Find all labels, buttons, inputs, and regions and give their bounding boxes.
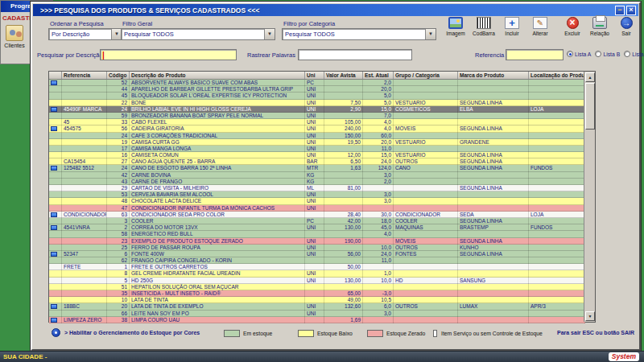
cell-cod: 63 [107, 212, 130, 218]
row-icon-cell [49, 198, 62, 204]
table-row[interactable]: 45BLOQUEADOR SOLAR L'ORÉAL EXPERTISE ICY… [49, 93, 585, 99]
table-row[interactable]: 188BC20LATA DE TINTA DE EXEMPLOUNI132,60… [49, 303, 585, 310]
cell-loc [529, 93, 585, 99]
table-row[interactable]: 29CARTAO DE VISITA - MILHEIROML81,00SEGU… [49, 185, 585, 191]
cell-val: 65,00 [324, 290, 363, 297]
table-row[interactable]: 44APARELHO DE BARBEAR GILLETTE PRESTOBAR… [49, 86, 585, 93]
imagem-button[interactable]: Imagem [443, 17, 469, 47]
table-row[interactable]: 52ABSORVENTE ALWAYS BASICO SUAVE COM ABA… [49, 80, 585, 86]
table-row[interactable]: 3COOLERPC42,0018,0COOLERSEGUNDA LINHA [49, 218, 585, 224]
table-row[interactable]: 8GEL CREME HIDRATANTE FACIAL UREADINUNI1… [49, 270, 585, 277]
table-row[interactable]: 125482 551224CANO DE ESGOTO BARRA 150 2ª… [49, 165, 585, 171]
cell-desc: CADEIRA GIRATORIA [130, 125, 305, 132]
sair-button[interactable]: Sair [613, 17, 639, 47]
ordenar-combo[interactable]: Por Descrição ▼ [48, 28, 122, 40]
cell-uni: PC [305, 218, 324, 224]
table-row[interactable]: 53CERVEJA BAVARIA SEM ALCOOLUNI3,0 [49, 191, 585, 198]
table-scrollbar[interactable]: ▲ ▼ [584, 72, 595, 322]
stock-colors-toggle-icon[interactable] [52, 328, 60, 337]
cell-val: 132,60 [324, 303, 363, 310]
table-row[interactable]: 45490F MARCA24BRILHO LABIAL EVE IN HI HI… [49, 106, 585, 113]
cell-grp: VESTUARIO [394, 139, 458, 146]
table-row[interactable]: 47CONDICIONADOR INFANTIL TURMA DA MÔNICA… [49, 205, 585, 212]
table-row[interactable]: 19CAMISA CURTA GGUNI19,5020,0VESTUARIOGR… [49, 139, 585, 146]
alterar-button[interactable]: Alterar [527, 17, 553, 47]
table-row[interactable]: 58ENERGETICO RED BULL4,0 [49, 231, 585, 237]
cell-ref: CONDICIONADOR [62, 212, 107, 218]
table-row[interactable]: 62FRANGO CAIPIRA CONGELADO - KORIN11,0 [49, 257, 585, 264]
clientes-shortcut[interactable]: Clientes [3, 25, 26, 48]
pesquisar-descricao-input[interactable] [100, 49, 237, 60]
cell-grp: VESTUARIO [394, 100, 458, 106]
cell-desc: CABO FLEXEL [130, 119, 305, 125]
cell-est [363, 284, 394, 290]
table-row[interactable]: 4541VNRA2CORREA DO MOTOR 13VXUNI130,0045… [49, 224, 585, 231]
table-header: ReferenciaCódigoDescrição do ProdutoUniV… [49, 72, 585, 80]
incluir-button[interactable]: Incluir [499, 17, 525, 47]
table-row[interactable]: 17CAMISA MANGA LONGAUNI11,0 [49, 146, 585, 152]
rastrear-input[interactable] [298, 49, 412, 60]
cell-val [324, 284, 363, 290]
cell-est: 4,0 [363, 231, 394, 237]
scroll-down-icon[interactable]: ▼ [585, 311, 595, 321]
cell-cod: 1 [107, 264, 130, 270]
relacao-button[interactable]: Relação [587, 17, 613, 47]
table-row[interactable]: 16CAMISETA COMUNUNI12,0015,0VESTUARIOSEG… [49, 152, 585, 158]
table-row[interactable]: FRETE1FRETE E OUTROS CARRETOS50,00 [49, 264, 585, 270]
cell-uni: BAR [305, 158, 324, 165]
cell-mar [458, 311, 529, 317]
table-row[interactable]: CA1545427CANO AGUA QUENTE 25 - BARRABAR6… [49, 158, 585, 165]
cell-ref: CA15454 [62, 158, 107, 165]
table-row[interactable]: 22BONEUNI7,505,0VESTUARIOSEGUNDA LINHA [49, 100, 585, 106]
window-titlebar[interactable]: >>> PESQUISA DOS PRODUTOS & SERVIÇOS CAD… [33, 4, 638, 16]
radio-lista-a[interactable]: Lista A [567, 51, 591, 57]
table-row[interactable]: 5HD 250GUNI130,0010,0HDSANSUNG [49, 278, 585, 284]
table-row[interactable]: 523476FONTE 400WUNI56,0024,0FONTESSEGUND… [49, 251, 585, 257]
table-row[interactable]: 35INSETICIDA - MULT INSETO - RAID®65,00-… [49, 290, 585, 297]
cell-est [363, 185, 394, 191]
cell-uni: UNI [305, 133, 324, 139]
cell-cod: 47 [107, 205, 130, 212]
cell-mar [458, 198, 529, 204]
filtro-geral-combo[interactable]: Pesquisar TODOS ▼ [121, 28, 275, 40]
table-row[interactable]: 51HEPATILON SOLUÇÃO ORAL SEM AÇUCAR [49, 284, 585, 290]
table-row[interactable]: 42CARNE BOVINAKG3,0 [49, 172, 585, 179]
cell-loc [529, 270, 585, 277]
table-row[interactable]: LIMPEZA ZERO38LIMPA COURO UAU1,69 [49, 317, 585, 323]
table-row[interactable]: 24CAFE 3 CORAÇÕES TRADICIONALUNI150,0060… [49, 133, 585, 139]
table-row[interactable]: 48CHOCOLATE LACTA DELICEUNI3,0 [49, 198, 585, 204]
legend-swatch-sem-controle [433, 330, 437, 337]
table-row[interactable]: 66LEITE NAN SOY EM POUNI3,0 [49, 311, 585, 317]
table-row[interactable]: 25FERRO DE PASSAR ROUPAUNI10,0OUTROSKUNH… [49, 245, 585, 251]
scroll-up-icon[interactable]: ▲ [585, 72, 595, 82]
table-row[interactable]: 43CARNE DE FRANGOKG2,0 [49, 179, 585, 185]
cell-uni [305, 284, 324, 290]
filtro-geral-combo-value: Pesquisar TODOS [122, 31, 264, 38]
table-row[interactable]: 23EXEMPLO DE PRODUTO ESTOQUE ZERADOUNI19… [49, 238, 585, 245]
cell-est: 6,0 [363, 303, 394, 310]
cell-desc: LATA DE TINTA DE EXEMPLO [130, 303, 305, 310]
radio-lista-b[interactable]: Lista B [595, 51, 620, 57]
table-row[interactable]: 10LATA DE TINTA49,0010,5 [49, 297, 585, 303]
close-button[interactable]: × [626, 6, 636, 15]
cell-desc: BONE [130, 100, 305, 106]
cell-grp [394, 311, 458, 317]
filtro-categoria-combo[interactable]: Pesquisar TODOS ▼ [282, 28, 436, 40]
table-row[interactable]: 4533CABO FLEXELUNI105,004,0 [49, 119, 585, 125]
relacao-button-label: Relação [590, 31, 609, 36]
cell-cod: 5 [107, 278, 130, 284]
cell-cod: 8 [107, 270, 130, 277]
cell-val [324, 205, 363, 212]
cell-desc: FONTE 400W [130, 251, 305, 257]
excluir-button[interactable]: Excluir [559, 17, 585, 47]
referencia-input[interactable] [506, 49, 564, 60]
radio-lista-c[interactable]: Lista C [624, 51, 644, 57]
table-row[interactable]: 45457556CADEIRA GIRATORIAUNI240,004,0MÓV… [49, 125, 585, 132]
cell-cod: 29 [107, 185, 130, 191]
codbarra-button[interactable]: CodBarra [471, 17, 497, 47]
table-row[interactable]: CONDICIONADOR63CONDICIONADOR SEDA PRO CO… [49, 212, 585, 218]
minimize-button[interactable]: − [615, 6, 625, 15]
scroll-thumb[interactable] [585, 83, 595, 130]
table-row[interactable]: 59BRONZEADOR BANANA BOAT SPRAY PELE NORM… [49, 113, 585, 119]
cell-cod: 25 [107, 245, 130, 251]
